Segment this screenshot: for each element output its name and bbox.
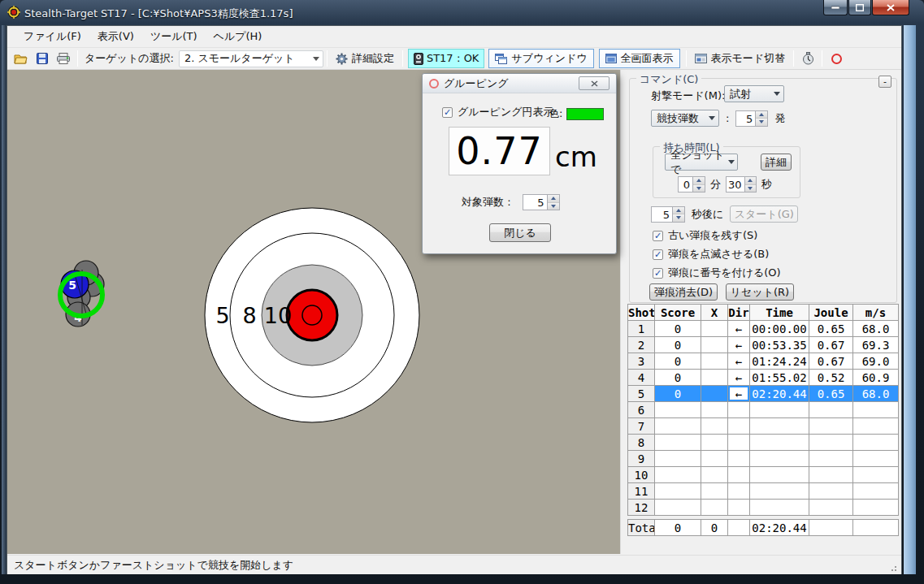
- shots-count-spinner[interactable]: 5: [735, 110, 768, 127]
- spin-down-icon[interactable]: [756, 118, 767, 126]
- shots-mode-dropdown[interactable]: 競技弾数: [651, 110, 719, 127]
- table-row[interactable]: 6: [628, 402, 899, 418]
- grouping-circle-checkbox[interactable]: ✓: [442, 107, 453, 118]
- command-groupbox-title: コマンド(C): [636, 72, 701, 87]
- start-button[interactable]: スタート(G): [730, 205, 798, 223]
- fullscreen-button[interactable]: 全画面表示: [599, 49, 680, 68]
- menu-file[interactable]: ファイル(F): [15, 26, 89, 47]
- countdown-spinner[interactable]: 5: [651, 206, 685, 223]
- dialog-close-button[interactable]: 閉じる: [489, 223, 551, 242]
- client-area: ファイル(F) 表示(V) ツール(T) ヘルプ(H) ターゲットの選択: 2.…: [7, 25, 902, 574]
- cell-time: [750, 483, 809, 500]
- time-scope-dropdown[interactable]: 全ショットで: [665, 154, 738, 171]
- spin-down-icon[interactable]: [745, 184, 756, 193]
- gear-icon: [336, 53, 348, 65]
- keep-old-holes-label: 古い弾痕を残す(S): [668, 228, 757, 243]
- seconds-spinner[interactable]: 30: [726, 176, 757, 193]
- keep-old-holes-checkbox[interactable]: ✓: [653, 231, 663, 241]
- spin-down-icon[interactable]: [673, 214, 684, 222]
- print-button[interactable]: [53, 49, 74, 68]
- menu-tools[interactable]: ツール(T): [142, 26, 206, 47]
- open-file-button[interactable]: [11, 49, 32, 68]
- table-row[interactable]: 12: [628, 500, 899, 516]
- total-ms: [853, 520, 899, 536]
- cell-ms: 60.9: [853, 370, 899, 386]
- maximize-button[interactable]: [848, 0, 871, 15]
- menu-view[interactable]: 表示(V): [89, 26, 142, 47]
- table-row[interactable]: 2 0 ← 00:53.35 0.67 69.3: [628, 337, 899, 353]
- shots-count-value: 5: [736, 111, 755, 126]
- grouping-dialog-titlebar[interactable]: グルーピング: [423, 74, 616, 93]
- target-shots-spinner[interactable]: 5: [523, 194, 560, 210]
- save-button[interactable]: [32, 49, 53, 68]
- total-score: 0: [655, 520, 701, 536]
- cell-shot: 9: [628, 451, 655, 467]
- spin-up-icon[interactable]: [548, 195, 559, 202]
- spin-up-icon[interactable]: [673, 207, 684, 214]
- grouping-dialog-title: グルーピング: [444, 76, 509, 91]
- cell-score: 0: [655, 353, 701, 370]
- cell-ms: 68.0: [853, 321, 899, 337]
- stopwatch-button[interactable]: [797, 49, 818, 68]
- chevron-down-icon: [705, 116, 718, 120]
- shooting-mode-value: 試射: [730, 87, 751, 102]
- ring-label-10: 10: [264, 303, 292, 328]
- table-row[interactable]: 3 0 ← 01:24.24 0.67 69.0: [628, 353, 899, 370]
- blink-holes-checkbox[interactable]: ✓: [653, 249, 663, 260]
- minutes-spinner[interactable]: 0: [678, 176, 705, 193]
- total-x: 0: [701, 520, 728, 536]
- window-border-right: [904, 25, 916, 574]
- cell-time: 02:20.44: [750, 386, 809, 402]
- cell-shot: 3: [628, 353, 655, 370]
- cell-joule: [809, 500, 853, 516]
- table-row[interactable]: 10: [628, 467, 899, 483]
- clear-holes-button[interactable]: 弾痕消去(D): [649, 283, 718, 301]
- target-select-dropdown[interactable]: 2. スモールターゲット: [179, 50, 323, 67]
- number-holes-checkbox[interactable]: ✓: [653, 268, 663, 279]
- color-swatch[interactable]: [566, 108, 604, 120]
- header-ms: m/s: [853, 305, 899, 321]
- cell-score: [655, 402, 701, 418]
- close-button[interactable]: [872, 0, 909, 15]
- table-row[interactable]: 7: [628, 418, 899, 435]
- table-row[interactable]: 4 0 ← 01:55.02 0.52 60.9: [628, 370, 899, 386]
- cell-ms: [853, 500, 899, 516]
- grouping-dialog-close-button[interactable]: [579, 76, 609, 90]
- time-detail-button[interactable]: 詳細: [761, 154, 792, 171]
- display-mode-icon: [695, 54, 707, 63]
- minimize-button[interactable]: [823, 0, 848, 15]
- printer-icon: [57, 53, 70, 64]
- grouping-unit: cm: [555, 141, 597, 173]
- cell-time: [750, 500, 809, 516]
- colon-label: :: [726, 112, 729, 124]
- shooting-mode-dropdown[interactable]: 試射: [724, 85, 784, 102]
- table-row[interactable]: 5 0 ← 02:20.44 0.65 68.0: [628, 386, 899, 402]
- command-groupbox: コマンド(C) - 射撃モード(M): 試射 競技弾数: [629, 78, 897, 303]
- table-row[interactable]: 11: [628, 483, 899, 500]
- table-row[interactable]: 9: [628, 451, 899, 467]
- cell-dir: [728, 467, 750, 483]
- cell-ms: [853, 483, 899, 500]
- toolbar-separator: [793, 50, 794, 67]
- spin-up-icon[interactable]: [745, 177, 756, 184]
- title-bar[interactable]: Stealth-Target ST17 - [C:¥Shot¥APS3精度検査1…: [0, 0, 924, 25]
- spin-up-icon[interactable]: [693, 177, 705, 184]
- reset-button[interactable]: リセット(R): [726, 283, 794, 301]
- cell-shot: 8: [628, 435, 655, 451]
- table-row[interactable]: 8: [628, 435, 899, 451]
- subwindow-button[interactable]: サブウィンドウ: [488, 49, 593, 68]
- menu-help[interactable]: ヘルプ(H): [206, 26, 271, 47]
- cell-joule: 0.67: [809, 337, 853, 353]
- shooting-mode-label: 射撃モード(M):: [651, 89, 725, 103]
- open-folder-icon: [14, 53, 28, 64]
- target-shots-value: 5: [523, 195, 547, 210]
- collapse-panel-button[interactable]: -: [878, 76, 891, 88]
- spin-down-icon[interactable]: [693, 184, 705, 193]
- display-mode-button[interactable]: 表示モード切替: [690, 49, 791, 68]
- spin-up-icon[interactable]: [756, 111, 767, 119]
- resize-grip[interactable]: [891, 564, 899, 572]
- advanced-settings-button[interactable]: 詳細設定: [331, 49, 399, 68]
- record-circle-button[interactable]: [826, 49, 847, 68]
- spin-down-icon[interactable]: [548, 202, 559, 210]
- table-row[interactable]: 1 0 ← 00:00.00 0.65 68.0: [628, 321, 899, 337]
